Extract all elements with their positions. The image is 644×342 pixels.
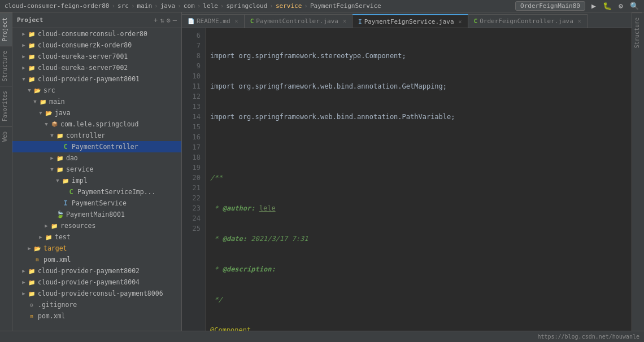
tree-item[interactable]: 🍃 PaymentMain8001 <box>12 209 181 220</box>
tree-item[interactable]: ▶ 📁 test <box>12 231 181 243</box>
code-line-15: @Component <box>210 325 627 331</box>
code-line-14: */ <box>210 295 627 305</box>
favorites-tab[interactable]: Favorites <box>0 86 12 126</box>
tab-order-feign-controller[interactable]: C OrderFeignController.java × <box>468 14 588 28</box>
right-tabs: Structure <box>632 12 644 331</box>
tree-item[interactable]: ⚙ .gitignore <box>12 299 181 310</box>
code-line-9 <box>210 142 627 152</box>
left-tabs: Project Structure Favorites Web <box>0 12 12 331</box>
tree-item[interactable]: ▼ 📦 com.lele.springcloud <box>12 119 181 130</box>
bc-java: java <box>160 2 176 10</box>
tree-item[interactable]: ▼ 📂 src <box>12 85 181 96</box>
project-panel: Project + ⇅ ⚙ – ▶ 📁 cloud-consumerconsul… <box>12 12 182 331</box>
breadcrumb: cloud-consumer-feign-order80 › src › mai… <box>5 2 381 10</box>
code-editor[interactable]: 6 7 8 9 10 11 12 13 14 15 16 17 18 19 20… <box>182 28 632 331</box>
bc-com: com <box>184 2 195 10</box>
tree-item[interactable]: ▶ 📁 resources <box>12 220 181 231</box>
tree-item[interactable]: I PaymentService <box>12 198 181 209</box>
main-layout: Project Structure Favorites Web Project … <box>0 12 644 331</box>
sync-icon[interactable]: ⇅ <box>160 16 164 24</box>
bc-src: src <box>118 2 129 10</box>
structure-right-tab[interactable]: Structure <box>632 12 642 52</box>
tree-item[interactable]: ▼ 📁 controller <box>12 130 181 141</box>
bc-main: main <box>137 2 153 10</box>
settings-button[interactable]: ⚙ <box>616 1 626 11</box>
project-tab[interactable]: Project <box>0 12 12 46</box>
tree-item[interactable]: ▶ 📁 cloud-consumerzk-order80 <box>12 40 181 51</box>
editor-area: 📄 README.md × C PaymentController.java ×… <box>182 12 632 331</box>
tree-item[interactable]: ▼ 📂 java <box>12 107 181 119</box>
tree-item[interactable]: ▶ 📁 cloud-providerconsul-payment8006 <box>12 288 181 299</box>
code-line-12: * @date: 2021/3/17 7:31 <box>210 234 627 244</box>
status-url: https://blog.csdn.net/houwanle <box>537 334 639 340</box>
tab-readme[interactable]: 📄 README.md × <box>182 14 245 28</box>
tree-item[interactable]: m pom.xml <box>12 310 181 322</box>
search-button[interactable]: 🔍 <box>629 1 639 11</box>
status-bar: https://blog.csdn.net/houwanle <box>0 331 644 342</box>
bc-class: PaymentFeignService <box>310 2 381 10</box>
code-line-8: import org.springframework.web.bind.anno… <box>210 112 627 122</box>
debug-button[interactable]: 🐛 <box>602 1 612 11</box>
tree-item[interactable]: m pom.xml <box>12 254 181 265</box>
file-tree: ▶ 📁 cloud-consumerconsul-order80 ▶ 📁 clo… <box>12 28 181 331</box>
tree-item[interactable]: ▶ 📁 dao <box>12 152 181 164</box>
code-content: import org.springframework.stereotype.Co… <box>206 28 632 331</box>
tree-item[interactable]: ▼ 📁 main <box>12 96 181 107</box>
tree-item[interactable]: ▼ 📁 cloud-provider-payment8001 <box>12 73 181 85</box>
code-line-10: /** <box>210 173 627 183</box>
tree-item[interactable]: ▶ 📁 cloud-provider-payment8004 <box>12 277 181 288</box>
code-line-6: import org.springframework.stereotype.Co… <box>210 51 627 61</box>
line-numbers: 6 7 8 9 10 11 12 13 14 15 16 17 18 19 20… <box>182 28 206 331</box>
bc-service: service <box>276 2 302 10</box>
add-icon[interactable]: + <box>154 16 158 24</box>
code-line-11: * @author: lele <box>210 203 627 213</box>
tree-item-service[interactable]: ▼ 📁 service <box>12 164 181 175</box>
structure-tab[interactable]: Structure <box>0 46 12 86</box>
tree-item-payment-controller[interactable]: C PaymentController <box>12 141 181 152</box>
web-tab[interactable]: Web <box>0 126 12 146</box>
bc-project: cloud-consumer-feign-order80 <box>5 2 109 10</box>
gear-icon[interactable]: ⚙ <box>167 16 171 24</box>
bc-lele: lele <box>203 2 218 10</box>
code-line-7: import org.springframework.web.bind.anno… <box>210 81 627 91</box>
run-button[interactable]: ▶ <box>589 1 599 11</box>
tree-item[interactable]: C PaymentServiceImp... <box>12 186 181 198</box>
bc-springcloud: springcloud <box>226 2 267 10</box>
top-bar-right: OrderFeignMain80 ▶ 🐛 ⚙ 🔍 <box>515 1 639 11</box>
tree-item[interactable]: ▶ 📁 cloud-consumerconsul-order80 <box>12 28 181 40</box>
run-config[interactable]: OrderFeignMain80 <box>515 1 585 11</box>
tree-item[interactable]: ▶ 📁 cloud-eureka-server7001 <box>12 51 181 62</box>
collapse-icon[interactable]: – <box>173 16 177 24</box>
tree-item[interactable]: ▶ 📁 cloud-eureka-server7002 <box>12 62 181 73</box>
top-bar: cloud-consumer-feign-order80 › src › mai… <box>0 0 644 12</box>
tree-item[interactable]: ▶ 📁 cloud-provider-payment8002 <box>12 265 181 277</box>
panel-title: Project <box>17 16 43 24</box>
tree-item-target[interactable]: ▶ 📂 target <box>12 243 181 254</box>
code-line-13: * @description: <box>210 264 627 274</box>
panel-header-icons: + ⇅ ⚙ – <box>154 16 177 24</box>
panel-header: Project + ⇅ ⚙ – <box>12 12 181 28</box>
tab-payment-controller[interactable]: C PaymentController.java × <box>245 14 353 28</box>
tab-bar: 📄 README.md × C PaymentController.java ×… <box>182 12 632 28</box>
tab-payment-feign-service[interactable]: I PaymentFeignService.java × <box>353 14 468 28</box>
tree-item[interactable]: ▼ 📁 impl <box>12 175 181 186</box>
